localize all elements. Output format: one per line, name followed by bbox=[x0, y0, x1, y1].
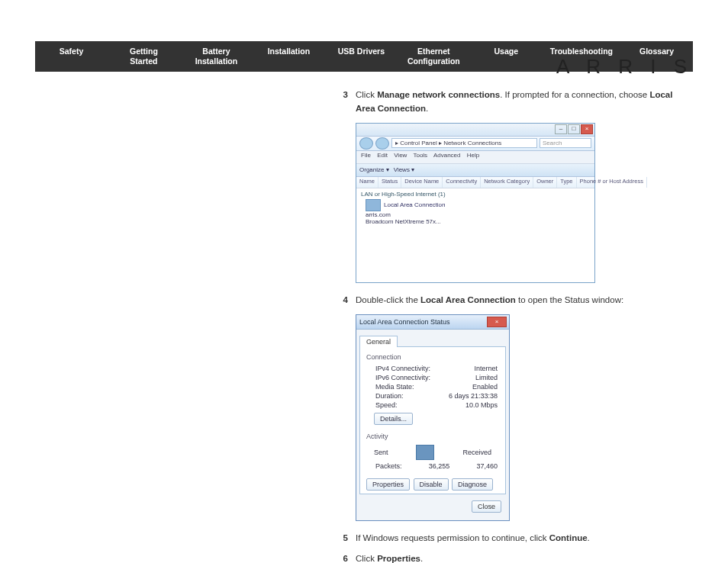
item-label: Local Area Connection bbox=[384, 201, 446, 208]
menu-help[interactable]: Help bbox=[467, 152, 479, 159]
window-network-connections: – □ × ▸ Control Panel ▸ Network Connecti… bbox=[356, 123, 595, 283]
toolbar: Organize ▾ Views ▾ bbox=[356, 164, 594, 177]
row-ipv4: IPv4 Connectivity:Internet bbox=[366, 364, 499, 373]
dialog-title: Local Area Connection Status bbox=[359, 318, 450, 326]
network-icon bbox=[366, 199, 381, 211]
menu-bar: File Edit View Tools Advanced Help bbox=[356, 151, 594, 164]
activity-header: Sent Received bbox=[366, 443, 499, 462]
list-item-lac[interactable]: Local Area Connection bbox=[366, 199, 590, 211]
nav-safety[interactable]: Safety bbox=[35, 41, 108, 72]
col-category[interactable]: Network Category bbox=[481, 177, 533, 188]
step-text: If Windows requests permission to contin… bbox=[356, 532, 693, 545]
maximize-icon[interactable]: □ bbox=[568, 124, 580, 134]
details-button[interactable]: Details... bbox=[374, 413, 413, 425]
row-media: Media State:Enabled bbox=[366, 382, 499, 391]
row-packets: Packets: 36,255 37,460 bbox=[366, 462, 499, 471]
step-number: 5 bbox=[334, 532, 348, 545]
row-speed: Speed:10.0 Mbps bbox=[366, 401, 499, 410]
step-4: 4 Double-click the Local Area Connection… bbox=[334, 294, 693, 307]
dialog-titlebar: Local Area Connection Status × bbox=[356, 315, 509, 330]
list-body: LAN or High-Speed Internet (1) Local Are… bbox=[356, 188, 594, 227]
instruction-body: 3 Click Manage network connections. If p… bbox=[334, 88, 693, 563]
figure-network-connections: – □ × ▸ Control Panel ▸ Network Connecti… bbox=[356, 123, 693, 283]
brand-logo: A R R I S bbox=[556, 55, 693, 79]
item-subtext: Broadcom NetXtreme 57x... bbox=[366, 218, 590, 225]
section-activity: Activity bbox=[366, 433, 499, 440]
nav-usb-drivers[interactable]: USB Drivers bbox=[325, 41, 398, 72]
row-duration: Duration:6 days 21:33:38 bbox=[366, 391, 499, 401]
minimize-icon[interactable]: – bbox=[555, 124, 567, 134]
close-icon[interactable]: × bbox=[487, 317, 507, 327]
menu-tools[interactable]: Tools bbox=[413, 152, 427, 159]
step-5: 5 If Windows requests permission to cont… bbox=[334, 532, 693, 545]
step-3: 3 Click Manage network connections. If p… bbox=[334, 88, 693, 115]
step-number: 6 bbox=[334, 552, 348, 563]
step-number: 4 bbox=[334, 294, 348, 307]
col-status[interactable]: Status bbox=[378, 177, 401, 188]
address-bar: ▸ Control Panel ▸ Network Connections Se… bbox=[356, 137, 594, 151]
search-input[interactable]: Search bbox=[540, 138, 591, 148]
col-name[interactable]: Name bbox=[356, 177, 378, 188]
dialog-lac-status: Local Area Connection Status × General C… bbox=[356, 314, 510, 521]
step-text: Double-click the Local Area Connection t… bbox=[356, 294, 693, 307]
menu-view[interactable]: View bbox=[394, 152, 407, 159]
col-owner[interactable]: Owner bbox=[533, 177, 557, 188]
step-text: Click Properties. bbox=[356, 552, 693, 563]
close-icon[interactable]: × bbox=[581, 124, 593, 134]
step-6: 6 Click Properties. bbox=[334, 552, 693, 563]
step-number: 3 bbox=[334, 88, 348, 115]
close-button[interactable]: Close bbox=[472, 500, 501, 513]
figure-lac-status: Local Area Connection Status × General C… bbox=[356, 314, 693, 521]
window-titlebar: – □ × bbox=[356, 124, 594, 137]
col-phone[interactable]: Phone # or Host Address bbox=[577, 177, 647, 188]
forward-icon[interactable] bbox=[375, 137, 389, 150]
menu-edit[interactable]: Edit bbox=[377, 152, 388, 159]
group-header: LAN or High-Speed Internet (1) bbox=[361, 191, 590, 198]
col-connectivity[interactable]: Connectivity bbox=[443, 177, 481, 188]
menu-advanced[interactable]: Advanced bbox=[433, 152, 461, 159]
nav-ethernet-config[interactable]: Ethernet Configuration bbox=[398, 41, 470, 72]
diagnose-button[interactable]: Diagnose bbox=[452, 478, 493, 491]
col-device[interactable]: Device Name bbox=[401, 177, 443, 188]
toolbar-organize[interactable]: Organize ▾ bbox=[359, 166, 389, 173]
properties-button[interactable]: Properties bbox=[366, 478, 410, 491]
item-subtext: arris.com bbox=[366, 211, 590, 218]
step-text: Click Manage network connections. If pro… bbox=[356, 88, 693, 115]
toolbar-views[interactable]: Views ▾ bbox=[394, 166, 414, 173]
nav-usage[interactable]: Usage bbox=[470, 41, 543, 72]
tab-panel: Connection IPv4 Connectivity:Internet IP… bbox=[359, 346, 506, 494]
nav-installation[interactable]: Installation bbox=[253, 41, 325, 72]
nav-getting-started[interactable]: Getting Started bbox=[108, 41, 180, 72]
row-ipv6: IPv6 Connectivity:Limited bbox=[366, 373, 499, 382]
computer-icon bbox=[416, 445, 434, 460]
col-type[interactable]: Type bbox=[557, 177, 576, 188]
disable-button[interactable]: Disable bbox=[414, 478, 449, 491]
column-headers: Name Status Device Name Connectivity Net… bbox=[356, 177, 594, 188]
breadcrumb-path[interactable]: ▸ Control Panel ▸ Network Connections bbox=[391, 138, 537, 148]
section-connection: Connection bbox=[366, 353, 499, 361]
menu-file[interactable]: File bbox=[361, 152, 371, 159]
back-icon[interactable] bbox=[359, 137, 373, 150]
tab-general[interactable]: General bbox=[359, 336, 398, 347]
nav-battery-installation[interactable]: Battery Installation bbox=[180, 41, 253, 72]
